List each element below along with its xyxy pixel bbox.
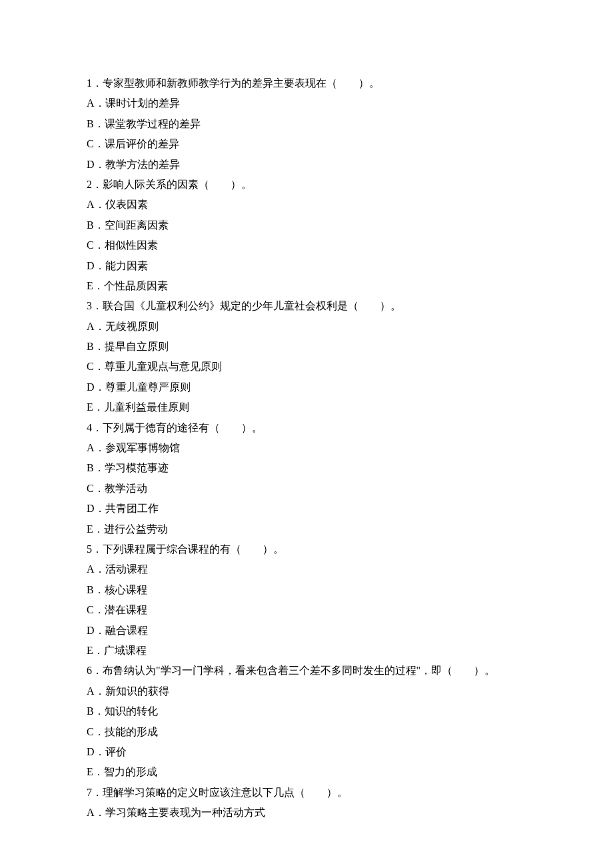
question-option: C．尊重儿童观点与意见原则 (87, 357, 526, 377)
question-option: E．智力的形成 (87, 762, 526, 782)
question-option: C．相似性因素 (87, 235, 526, 255)
question-option: C．教学活动 (87, 479, 526, 499)
question-option: A．无歧视原则 (87, 317, 526, 337)
question-option: E．儿童利益最佳原则 (87, 397, 526, 417)
question-option: B．核心课程 (87, 580, 526, 600)
document-page: 1．专家型教师和新教师教学行为的差异主要表现在（ ）。A．课时计划的差异B．课堂… (0, 0, 613, 868)
question-option: D．共青团工作 (87, 499, 526, 519)
question-stem: 3．联合国《儿童权利公约》规定的少年儿童社会权利是（ ）。 (87, 296, 526, 316)
question-option: A．学习策略主要表现为一种活动方式 (87, 803, 526, 823)
question-option: A．仪表因素 (87, 195, 526, 215)
question-option: C．潜在课程 (87, 600, 526, 620)
question-option: D．融合课程 (87, 621, 526, 641)
question-option: D．教学方法的差异 (87, 155, 526, 175)
question-option: B．学习模范事迹 (87, 458, 526, 478)
question-option: A．新知识的获得 (87, 681, 526, 701)
question-option: B．课堂教学过程的差异 (87, 114, 526, 134)
question-option: C．课后评价的差异 (87, 134, 526, 154)
question-option: E．广域课程 (87, 641, 526, 661)
question-option: A．课时计划的差异 (87, 93, 526, 113)
question-option: D．尊重儿童尊严原则 (87, 377, 526, 397)
question-option: D．能力因素 (87, 256, 526, 276)
question-stem: 1．专家型教师和新教师教学行为的差异主要表现在（ ）。 (87, 73, 526, 93)
question-stem: 5．下列课程属于综合课程的有（ ）。 (87, 539, 526, 559)
question-option: B．空间距离因素 (87, 215, 526, 235)
question-option: E．进行公益劳动 (87, 519, 526, 539)
question-option: B．提早自立原则 (87, 337, 526, 357)
question-stem: 7．理解学习策略的定义时应该注意以下几点（ ）。 (87, 783, 526, 803)
question-stem: 4．下列属于德育的途径有（ ）。 (87, 418, 526, 438)
question-option: A．参观军事博物馆 (87, 438, 526, 458)
question-option: E．个性品质因素 (87, 276, 526, 296)
question-option: D．评价 (87, 742, 526, 762)
question-option: C．技能的形成 (87, 722, 526, 742)
question-stem: 2．影响人际关系的因素（ ）。 (87, 175, 526, 195)
question-option: B．知识的转化 (87, 701, 526, 721)
question-option: A．活动课程 (87, 559, 526, 579)
question-stem: 6．布鲁纳认为"学习一门学科，看来包含着三个差不多同时发生的过程"，即（ ）。 (87, 661, 526, 681)
question-list: 1．专家型教师和新教师教学行为的差异主要表现在（ ）。A．课时计划的差异B．课堂… (87, 73, 526, 823)
